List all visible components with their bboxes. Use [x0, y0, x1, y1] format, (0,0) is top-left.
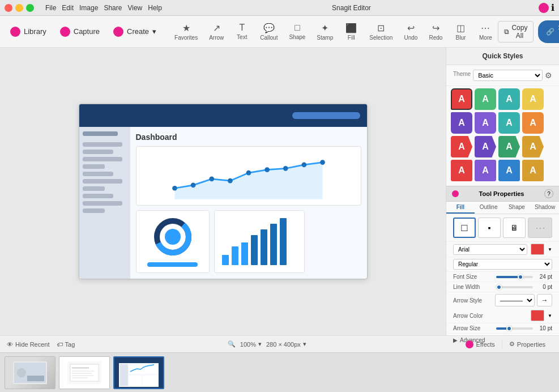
style-swatch-7[interactable]: A — [498, 112, 520, 134]
style-swatch-11[interactable]: A — [498, 136, 520, 157]
tag-button[interactable]: 🏷 Tag — [57, 341, 75, 348]
selection-tool[interactable]: ⊡ Selection — [366, 20, 396, 43]
status-indicator — [539, 3, 549, 13]
menu-image[interactable]: Image — [77, 4, 100, 12]
style-swatch-8[interactable]: A — [522, 112, 544, 134]
effects-dot — [466, 340, 473, 348]
style-swatch-6[interactable]: A — [475, 112, 496, 134]
style-swatch-16[interactable]: A — [522, 160, 544, 181]
info-icon[interactable]: ℹ — [551, 2, 554, 13]
copy-all-button[interactable]: ⧉ Copy All — [498, 21, 534, 42]
canvas-area[interactable]: Dashboard — [0, 48, 446, 335]
gear-button[interactable]: ⚙ — [545, 71, 552, 80]
size-button[interactable]: 280 × 400px ▾ — [266, 340, 306, 348]
tab-shape[interactable]: Shape — [503, 202, 531, 214]
font-size-value: 24 pt — [536, 274, 552, 280]
status-right: Effects ⚙ Properties — [459, 340, 552, 348]
menu-view[interactable]: View — [125, 4, 144, 12]
text-tool[interactable]: T Text — [232, 20, 252, 42]
thumbnail-3[interactable] — [113, 356, 164, 389]
style-swatches-container: A A A A A A A A A A A A A A — [446, 86, 559, 186]
capture-button[interactable]: Capture — [54, 24, 105, 39]
close-button[interactable] — [5, 4, 12, 12]
undo-tool[interactable]: ↩ Undo — [400, 20, 421, 43]
style-swatch-4[interactable]: A — [522, 88, 544, 110]
svg-point-23 — [17, 368, 26, 377]
library-button[interactable]: Library — [5, 24, 52, 39]
thumbnail-1[interactable] — [5, 356, 56, 389]
fill-tool[interactable]: ⬛ Fill — [341, 20, 361, 43]
undo-icon: ↩ — [407, 23, 415, 33]
canvas-content: Dashboard — [79, 104, 368, 279]
shape-rect-button[interactable]: □ — [453, 218, 476, 238]
svg-rect-18 — [261, 229, 267, 265]
menu-file[interactable]: File — [43, 4, 58, 12]
style-swatch-12[interactable]: A — [522, 136, 544, 157]
blur-tool[interactable]: ◫ Blur — [450, 20, 471, 43]
color-dropdown-icon[interactable]: ▼ — [548, 247, 552, 252]
style-swatch-15[interactable]: A — [498, 160, 520, 181]
shape-monitor-button[interactable]: 🖥 — [503, 218, 526, 238]
font-size-row: Font Size 24 pt — [446, 272, 559, 282]
svg-rect-17 — [251, 235, 258, 265]
arrow-ends[interactable]: → — [537, 294, 552, 306]
theme-select[interactable]: Basic — [473, 70, 543, 81]
eye-icon: 👁 — [7, 341, 13, 348]
stamp-tool[interactable]: ✦ Stamp — [313, 20, 336, 43]
properties-button[interactable]: ⚙ Properties — [502, 340, 552, 348]
effects-button[interactable]: Effects — [459, 340, 502, 348]
zoom-button[interactable]: 100% ▾ — [240, 340, 262, 348]
style-swatch-5[interactable]: A — [451, 112, 472, 134]
tab-shadow[interactable]: Shadow — [531, 202, 559, 214]
style-swatch-1[interactable]: A — [451, 88, 472, 110]
arrow-size-value: 10 pt — [536, 325, 552, 331]
tool-property-tabs: Fill Outline Shape Shadow — [446, 202, 559, 214]
arrow-size-slider[interactable] — [496, 327, 533, 330]
maximize-button[interactable] — [26, 4, 34, 12]
blur-icon: ◫ — [456, 23, 465, 33]
callout-icon: 💬 — [263, 23, 275, 33]
style-swatch-14[interactable]: A — [475, 160, 496, 181]
right-panel: Quick Styles Theme Basic ⚙ A A A A A A — [446, 48, 559, 335]
tab-outline[interactable]: Outline — [475, 202, 503, 214]
sidebar-item — [83, 208, 105, 213]
arrow-color-dropdown-icon[interactable]: ▼ — [548, 313, 552, 318]
library-dot — [10, 27, 20, 37]
menu-help[interactable]: Help — [146, 4, 164, 12]
thumbnail-2[interactable] — [59, 356, 110, 389]
arrow-line-select[interactable]: ———— — [495, 294, 535, 306]
callout-tool[interactable]: 💬 Callout — [257, 20, 281, 43]
title-bar-right: ℹ — [539, 2, 554, 13]
tab-fill[interactable]: Fill — [446, 202, 475, 214]
more-tool[interactable]: ⋯ More — [475, 20, 496, 43]
hide-recent-button[interactable]: 👁 Hide Recent — [7, 341, 50, 348]
line-width-slider[interactable] — [496, 286, 533, 288]
svg-rect-24 — [27, 376, 44, 381]
svg-rect-34 — [120, 364, 128, 386]
font-select[interactable]: Arial — [453, 244, 527, 255]
toolbar-nav: Library Capture Create ▾ — [5, 24, 162, 39]
style-swatch-10[interactable]: A — [475, 136, 496, 157]
font-color-swatch[interactable] — [531, 244, 544, 255]
star-icon: ★ — [182, 23, 190, 33]
shape-shadow-button[interactable]: ▪ — [478, 218, 501, 238]
help-button[interactable]: ? — [544, 189, 553, 198]
share-link-button[interactable]: 🔗 Share Link — [538, 20, 559, 43]
font-style-select[interactable]: Regular — [453, 259, 552, 270]
minimize-button[interactable] — [15, 4, 23, 12]
font-size-slider[interactable] — [496, 276, 533, 278]
menu-edit[interactable]: Edit — [59, 4, 76, 12]
app-title: Snagit Editor — [332, 4, 371, 12]
shape-tool[interactable]: □ Shape — [285, 20, 309, 42]
menu-share[interactable]: Share — [101, 4, 124, 12]
arrow-tool[interactable]: ↗ Arrow — [206, 20, 227, 43]
arrow-color-swatch[interactable] — [531, 310, 544, 321]
style-swatch-9[interactable]: A — [451, 136, 472, 157]
redo-tool[interactable]: ↪ Redo — [425, 20, 446, 43]
create-button[interactable]: Create ▾ — [108, 24, 162, 39]
theme-label: Theme — [453, 71, 471, 77]
style-swatch-2[interactable]: A — [475, 88, 496, 110]
style-swatch-3[interactable]: A — [498, 88, 520, 110]
favorites-tool[interactable]: ★ Favorites — [171, 20, 201, 43]
style-swatch-13[interactable]: A — [451, 160, 472, 181]
